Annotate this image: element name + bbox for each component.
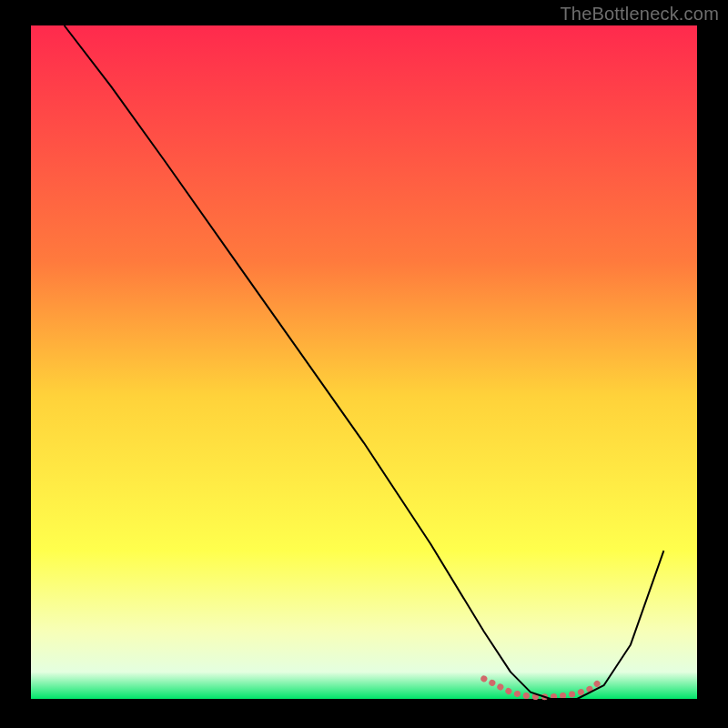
chart-wrap: TheBottleneck.com xyxy=(0,0,728,728)
gradient-background xyxy=(31,25,697,699)
watermark-text: TheBottleneck.com xyxy=(560,4,719,25)
bottleneck-chart xyxy=(0,0,728,728)
